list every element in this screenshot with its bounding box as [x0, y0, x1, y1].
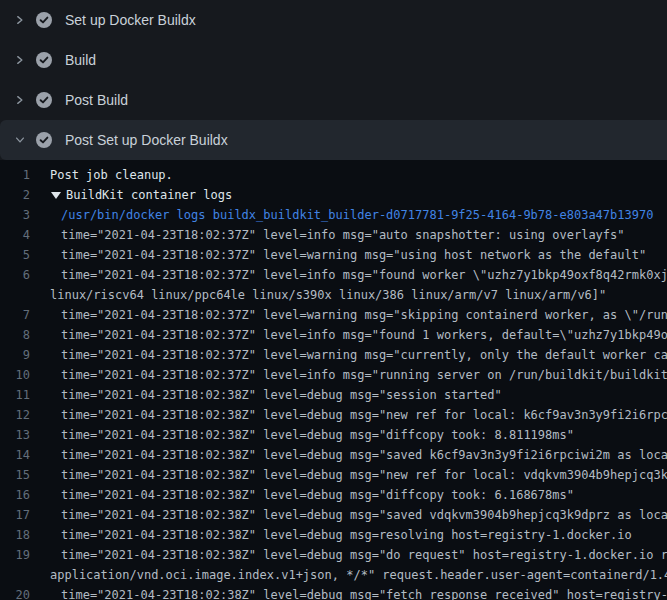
log-line-number	[0, 565, 30, 585]
log-line-number[interactable]: 3	[0, 205, 30, 225]
log-line: linux/riscv64 linux/ppc64le linux/s390x …	[0, 285, 667, 305]
log-line-number[interactable]: 6	[0, 265, 30, 285]
log-line-number[interactable]: 18	[0, 525, 30, 545]
log-line-text: time="2021-04-23T18:02:37Z" level=warnin…	[30, 305, 667, 325]
log-line-number[interactable]: 19	[0, 545, 30, 565]
log-line-text: time="2021-04-23T18:02:38Z" level=debug …	[30, 425, 574, 445]
log-line: 4 time="2021-04-23T18:02:37Z" level=info…	[0, 225, 667, 245]
log-line: 5 time="2021-04-23T18:02:37Z" level=warn…	[0, 245, 667, 265]
log-line-text: time="2021-04-23T18:02:37Z" level=info m…	[30, 225, 625, 245]
check-circle-icon	[36, 132, 52, 148]
log-line-text: Post job cleanup.	[30, 165, 173, 185]
step-row-build[interactable]: Build	[0, 40, 667, 80]
log-viewer: 1 Post job cleanup. 2 BuildKit container…	[0, 160, 667, 600]
log-line-text: time="2021-04-23T18:02:38Z" level=debug …	[30, 405, 667, 425]
log-line: 7 time="2021-04-23T18:02:37Z" level=warn…	[0, 305, 667, 325]
collapse-triangle-icon[interactable]	[51, 192, 61, 199]
step-row-post-set-up-docker-buildx[interactable]: Post Set up Docker Buildx	[0, 120, 667, 160]
step-row-set-up-docker-buildx[interactable]: Set up Docker Buildx	[0, 0, 667, 40]
log-line-text: time="2021-04-23T18:02:37Z" level=warnin…	[30, 245, 646, 265]
log-line-number[interactable]: 10	[0, 365, 30, 385]
log-line-number[interactable]: 13	[0, 425, 30, 445]
log-line-text: time="2021-04-23T18:02:38Z" level=debug …	[30, 445, 667, 465]
log-line: 18 time="2021-04-23T18:02:38Z" level=deb…	[0, 525, 667, 545]
log-line-number[interactable]: 17	[0, 505, 30, 525]
log-line-number[interactable]: 4	[0, 225, 30, 245]
log-line-number[interactable]: 11	[0, 385, 30, 405]
log-line-text: time="2021-04-23T18:02:38Z" level=debug …	[30, 545, 667, 565]
log-line-number[interactable]: 14	[0, 445, 30, 465]
log-line-text: time="2021-04-23T18:02:38Z" level=debug …	[30, 385, 502, 405]
log-line-text: time="2021-04-23T18:02:38Z" level=debug …	[30, 465, 667, 485]
log-line: 11 time="2021-04-23T18:02:38Z" level=deb…	[0, 385, 667, 405]
log-line-number[interactable]: 12	[0, 405, 30, 425]
log-line: 19 time="2021-04-23T18:02:38Z" level=deb…	[0, 545, 667, 565]
chevron-right-icon	[14, 54, 26, 66]
chevron-down-icon	[14, 134, 26, 146]
log-line: 14 time="2021-04-23T18:02:38Z" level=deb…	[0, 445, 667, 465]
check-circle-icon	[36, 52, 52, 68]
steps-list: Set up Docker Buildx Build Post Build Po…	[0, 0, 667, 160]
log-line: application/vnd.oci.image.index.v1+json,…	[0, 565, 667, 585]
log-line-text: time="2021-04-23T18:02:37Z" level=info m…	[30, 365, 667, 385]
check-circle-icon	[36, 12, 52, 28]
log-line: 3 /usr/bin/docker logs buildx_buildkit_b…	[0, 205, 667, 225]
chevron-right-icon	[14, 14, 26, 26]
log-line: 10 time="2021-04-23T18:02:37Z" level=inf…	[0, 365, 667, 385]
log-line-text: time="2021-04-23T18:02:38Z" level=debug …	[30, 485, 574, 505]
log-line: 1 Post job cleanup.	[0, 165, 667, 185]
chevron-right-icon	[14, 94, 26, 106]
log-line-number[interactable]: 2	[0, 185, 30, 205]
log-line-text: time="2021-04-23T18:02:38Z" level=debug …	[30, 525, 632, 545]
step-label: Post Set up Docker Buildx	[65, 132, 228, 148]
log-line-number	[0, 285, 30, 305]
log-line-text: linux/riscv64 linux/ppc64le linux/s390x …	[30, 285, 606, 305]
log-line-text: /usr/bin/docker logs buildx_buildkit_bui…	[30, 205, 653, 225]
log-line-number[interactable]: 15	[0, 465, 30, 485]
log-line: 20 time="2021-04-23T18:02:38Z" level=deb…	[0, 585, 667, 600]
step-label: Set up Docker Buildx	[65, 12, 196, 28]
log-line: 9 time="2021-04-23T18:02:37Z" level=warn…	[0, 345, 667, 365]
log-line-number[interactable]: 9	[0, 345, 30, 365]
log-line: 12 time="2021-04-23T18:02:38Z" level=deb…	[0, 405, 667, 425]
step-label: Build	[65, 52, 96, 68]
check-circle-icon	[36, 92, 52, 108]
log-line-text: time="2021-04-23T18:02:37Z" level=info m…	[30, 325, 667, 345]
log-line-text: time="2021-04-23T18:02:37Z" level=warnin…	[30, 345, 667, 365]
log-line-text: time="2021-04-23T18:02:38Z" level=debug …	[30, 585, 667, 600]
log-line: 17 time="2021-04-23T18:02:38Z" level=deb…	[0, 505, 667, 525]
log-line: 6 time="2021-04-23T18:02:37Z" level=info…	[0, 265, 667, 285]
log-line-number[interactable]: 20	[0, 585, 30, 600]
log-line: 13 time="2021-04-23T18:02:38Z" level=deb…	[0, 425, 667, 445]
log-line-text: time="2021-04-23T18:02:37Z" level=info m…	[30, 265, 667, 285]
log-line-text: time="2021-04-23T18:02:38Z" level=debug …	[30, 505, 667, 525]
log-line: 16 time="2021-04-23T18:02:38Z" level=deb…	[0, 485, 667, 505]
log-line[interactable]: 2 BuildKit container logs	[0, 185, 667, 205]
step-label: Post Build	[65, 92, 128, 108]
log-line-number[interactable]: 7	[0, 305, 30, 325]
log-line-number[interactable]: 16	[0, 485, 30, 505]
log-line-text: application/vnd.oci.image.index.v1+json,…	[30, 565, 667, 585]
log-line-text: BuildKit container logs	[61, 185, 232, 205]
log-line-number[interactable]: 1	[0, 165, 30, 185]
log-line-number[interactable]: 8	[0, 325, 30, 345]
log-line: 15 time="2021-04-23T18:02:38Z" level=deb…	[0, 465, 667, 485]
step-row-post-build[interactable]: Post Build	[0, 80, 667, 120]
log-line-number[interactable]: 5	[0, 245, 30, 265]
log-line: 8 time="2021-04-23T18:02:37Z" level=info…	[0, 325, 667, 345]
